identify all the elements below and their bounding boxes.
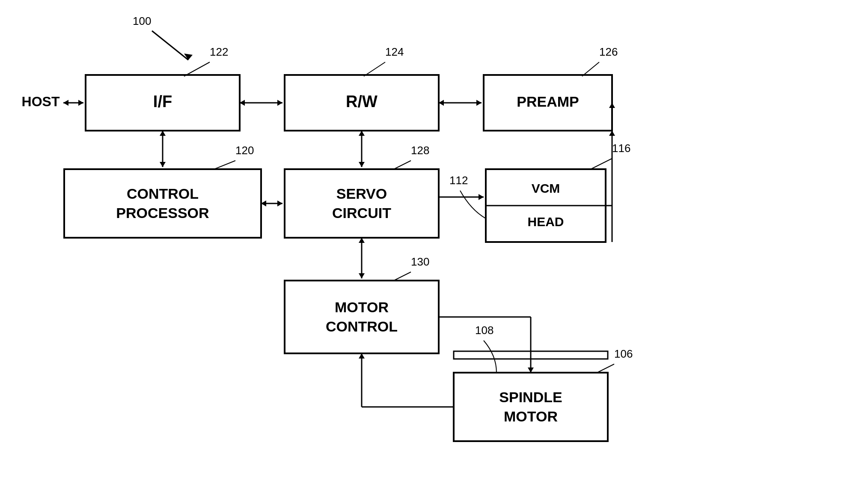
ref-128: 128 (411, 144, 429, 157)
motor-control-label-line1: MOTOR (335, 299, 389, 315)
head-label: HEAD (527, 215, 564, 229)
block-diagram: 100 HOST I/F 122 R/W 124 PREAMP 126 CONT… (0, 0, 868, 490)
servo-circuit-block (285, 169, 439, 238)
spindle-motor-block (454, 373, 608, 441)
svg-marker-32 (609, 103, 615, 108)
svg-line-0 (152, 31, 188, 60)
servo-circuit-label-line1: SERVO (336, 185, 387, 202)
svg-marker-22 (359, 162, 365, 167)
spindle-motor-label-line1: SPINDLE (499, 389, 562, 405)
host-label: HOST (22, 94, 60, 109)
control-processor-block (64, 169, 261, 238)
ref-100: 100 (133, 15, 151, 27)
preamp-label: PREAMP (517, 93, 579, 110)
svg-marker-11 (476, 100, 482, 106)
servo-circuit-label-line2: CIRCUIT (332, 205, 391, 221)
svg-marker-7 (277, 100, 282, 106)
ref-124: 124 (385, 45, 404, 58)
motor-control-block (285, 281, 439, 353)
spindle-motor-label-line2: MOTOR (504, 408, 558, 424)
motor-control-label-line2: CONTROL (326, 318, 398, 335)
ref-108: 108 (475, 324, 493, 337)
ref-106: 106 (614, 347, 633, 360)
svg-marker-34 (359, 273, 365, 278)
svg-marker-26 (479, 194, 484, 200)
if-label: I/F (153, 93, 172, 111)
svg-line-37 (597, 364, 614, 373)
ref-112: 112 (449, 174, 468, 187)
ref-116: 116 (612, 142, 630, 155)
svg-line-36 (394, 272, 411, 281)
rw-label: R/W (346, 93, 378, 111)
control-processor-label-line2: PROCESSOR (116, 205, 209, 221)
svg-marker-3 (78, 100, 83, 106)
svg-line-17 (214, 161, 235, 169)
ref-122: 122 (210, 45, 228, 58)
control-processor-label-line1: CONTROL (127, 185, 199, 202)
svg-line-24 (394, 161, 411, 169)
svg-marker-15 (160, 162, 166, 167)
svg-marker-19 (277, 200, 282, 206)
ref-130: 130 (411, 255, 429, 268)
ref-126: 126 (599, 45, 618, 58)
svg-line-28 (591, 158, 612, 169)
ref-120: 120 (235, 144, 254, 157)
svg-marker-4 (63, 100, 68, 106)
vcm-label: VCM (532, 181, 560, 195)
